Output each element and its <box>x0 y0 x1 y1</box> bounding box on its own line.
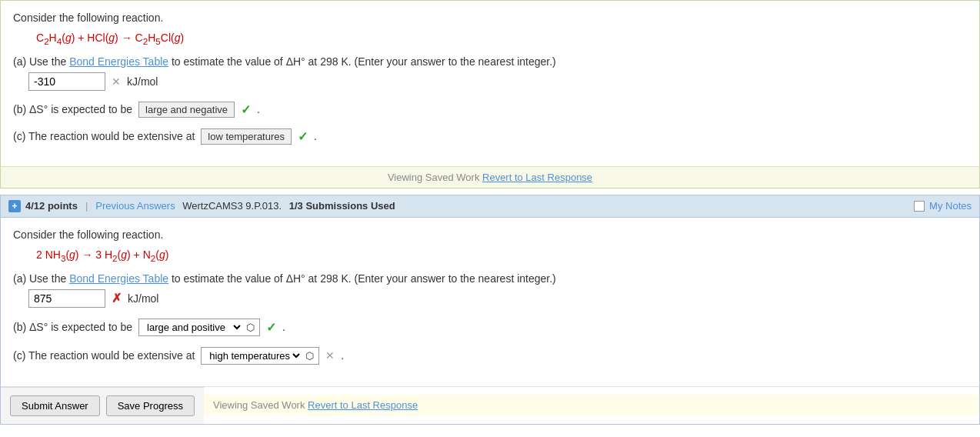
part-c-row-2: (c) The reaction would be extensive at h… <box>13 347 967 365</box>
period-b-2: . <box>282 321 285 333</box>
part-a-1: (a) Use the Bond Energies Table to estim… <box>13 55 967 91</box>
part-c-select-2[interactable]: high temperatures low temperatures <box>206 349 302 362</box>
part-a-text2-2: to estimate the value of ΔH° at 298 K. (… <box>172 272 556 285</box>
part-c-row-1: (c) The reaction would be extensive at l… <box>13 128 967 145</box>
part-a-text-1: (a) Use the <box>13 55 69 68</box>
points-text-2: 4/12 points <box>25 200 78 212</box>
intro-text-2: Consider the following reaction. <box>13 229 163 241</box>
period-c-1: . <box>314 130 317 142</box>
period-b-1: . <box>257 103 260 115</box>
my-notes-checkbox-2[interactable] <box>914 201 925 212</box>
unit-label-2: kJ/mol <box>128 292 158 305</box>
part-b-1: (b) ΔS° is expected to be large and nega… <box>13 102 967 118</box>
part-b-dropdown-2[interactable]: large and positive large and negative sm… <box>138 319 260 336</box>
bottom-area-2: Submit Answer Save Progress Viewing Save… <box>1 386 979 424</box>
bond-energies-link-2[interactable]: Bond Energies Table <box>69 272 168 285</box>
revert-link-1[interactable]: Revert to Last Response <box>482 172 592 183</box>
part-c-label-1: (c) The reaction would be extensive at <box>13 130 195 142</box>
previous-answers-2[interactable]: Previous Answers <box>95 200 175 212</box>
separator-2: | <box>85 200 88 212</box>
submit-button-2[interactable]: Submit Answer <box>10 395 100 416</box>
bond-energies-link-1[interactable]: Bond Energies Table <box>69 55 168 68</box>
part-a-label-1: (a) Use the Bond Energies Table to estim… <box>13 55 967 68</box>
part-a-input-1[interactable] <box>28 72 105 91</box>
part-a-input-row-1: ✕ kJ/mol <box>28 72 967 91</box>
part-a-label-2: (a) Use the Bond Energies Table to estim… <box>13 272 967 285</box>
bottom-buttons-2: Submit Answer Save Progress <box>1 387 204 424</box>
part-c-label-2: (c) The reaction would be extensive at <box>13 349 195 362</box>
revert-link-2[interactable]: Revert to Last Response <box>308 399 418 411</box>
intro-text-1: Consider the following reaction. <box>13 12 163 24</box>
check-icon-b-1: ✓ <box>241 102 251 117</box>
question-body-2: Consider the following reaction. 2 NH3(g… <box>1 218 979 386</box>
my-notes-label-2[interactable]: My Notes <box>929 200 972 212</box>
part-b-row-2: (b) ΔS° is expected to be large and posi… <box>13 319 967 336</box>
part-b-row-1: (b) ΔS° is expected to be large and nega… <box>13 102 967 118</box>
unit-label-1: kJ/mol <box>127 75 158 88</box>
question-intro-2: Consider the following reaction. <box>13 229 967 241</box>
part-c-1: (c) The reaction would be extensive at l… <box>13 128 967 145</box>
equation-text-1: C2H4(g) + HCl(g) → C2H5Cl(g) <box>36 32 184 44</box>
saved-work-text-1: Viewing Saved Work <box>388 172 479 183</box>
header-left-2: + 4/12 points | Previous Answers WertzCA… <box>8 200 395 212</box>
part-b-select-2[interactable]: large and positive large and negative sm… <box>144 321 243 334</box>
saved-work-bar-1: Viewing Saved Work Revert to Last Respon… <box>1 166 979 188</box>
part-a-text2-1: to estimate the value of ΔH° at 298 K. (… <box>172 55 556 68</box>
part-b-label-2: (b) ΔS° is expected to be <box>13 321 132 333</box>
incorrect-icon-a-2: ✗ <box>112 291 122 305</box>
check-icon-c-1: ✓ <box>298 129 308 144</box>
reaction-equation-1: C2H4(g) + HCl(g) → C2H5Cl(g) <box>36 32 967 46</box>
question-body-1: Consider the following reaction. C2H4(g)… <box>1 1 979 166</box>
dropdown-arrow-b-2: ⬡ <box>246 322 255 333</box>
clear-icon-1[interactable]: ✕ <box>112 75 121 88</box>
saved-work-bar-2: Viewing Saved Work Revert to Last Respon… <box>204 395 979 415</box>
part-c-dropdown-2[interactable]: high temperatures low temperatures ⬡ <box>201 347 319 365</box>
course-info-2: WertzCAMS3 9.P.013. <box>180 200 285 212</box>
check-icon-b-2: ✓ <box>266 320 276 335</box>
period-c-2: . <box>341 349 344 362</box>
dropdown-arrow-c-2: ⬡ <box>305 350 314 362</box>
question-block-2: + 4/12 points | Previous Answers WertzCA… <box>0 195 980 425</box>
incorrect-icon-c-2: ✕ <box>325 349 335 362</box>
part-b-2: (b) ΔS° is expected to be large and posi… <box>13 319 967 336</box>
part-a-input-row-2: ✗ kJ/mol <box>28 289 967 308</box>
my-notes-area-2[interactable]: My Notes <box>914 200 972 212</box>
part-b-answer-1: large and negative <box>138 102 235 118</box>
saved-work-text-2: Viewing Saved Work <box>213 399 305 411</box>
part-c-2: (c) The reaction would be extensive at h… <box>13 347 967 365</box>
reaction-equation-2: 2 NH3(g) → 3 H2(g) + N2(g) <box>36 249 967 263</box>
part-c-answer-1: low temperatures <box>201 128 292 145</box>
plus-icon-2[interactable]: + <box>8 200 21 212</box>
submissions-used-2: 1/3 Submissions Used <box>289 200 395 212</box>
question-header-2: + 4/12 points | Previous Answers WertzCA… <box>1 195 979 218</box>
question-intro-1: Consider the following reaction. <box>13 12 967 24</box>
part-a-input-2[interactable] <box>28 289 105 308</box>
save-button-2[interactable]: Save Progress <box>106 395 195 416</box>
question-block-1: Consider the following reaction. C2H4(g)… <box>0 0 980 188</box>
part-a-text-2: (a) Use the <box>13 272 69 285</box>
equation-text-2: 2 NH3(g) → 3 H2(g) + N2(g) <box>36 249 168 261</box>
part-b-label-1: (b) ΔS° is expected to be <box>13 103 132 115</box>
part-a-2: (a) Use the Bond Energies Table to estim… <box>13 272 967 308</box>
